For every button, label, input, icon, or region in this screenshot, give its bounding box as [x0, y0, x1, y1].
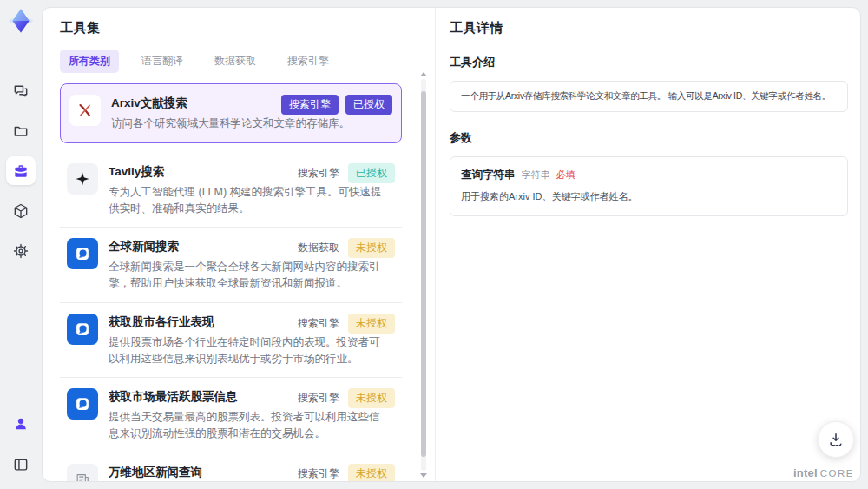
- news-search-logo: [67, 314, 98, 345]
- auth-status-badge: 未授权: [348, 388, 395, 408]
- intro-heading: 工具介绍: [450, 55, 848, 70]
- sidebar-item-settings[interactable]: [6, 236, 36, 265]
- tool-card-arxiv[interactable]: Arxiv文献搜索 访问各个研究领域大量科学论文和文章的存储库。 搜索引擎 已授…: [60, 83, 402, 143]
- category-label: 数据获取: [298, 241, 339, 255]
- category-label: 搜索引擎: [298, 391, 339, 406]
- news-search-logo: [67, 388, 98, 420]
- tool-desc: 专为人工智能代理 (LLM) 构建的搜索引擎工具。可快速提供实时、准确和真实的结…: [108, 184, 386, 217]
- sidebar-item-chat[interactable]: [6, 76, 36, 105]
- category-tabs: 所有类别 语言翻译 数据获取 搜索引擎: [60, 50, 402, 73]
- newspaper-icon: [67, 464, 98, 481]
- list-scrollbar[interactable]: [420, 72, 427, 478]
- tool-desc: 提供股票市场各个行业在特定时间段内的表现。投资者可以利用这些信息来识别表现优于或…: [108, 334, 386, 367]
- intel-core-logo: intel core: [793, 466, 854, 479]
- folder-icon: [12, 122, 30, 140]
- gear-icon: [12, 242, 30, 260]
- auth-status-badge: 已授权: [345, 95, 392, 115]
- tool-card-tavily[interactable]: Tavily搜索 专为人工智能代理 (LLM) 构建的搜索引擎工具。可快速提供实…: [60, 153, 402, 228]
- rail-bottom: [0, 409, 42, 479]
- auth-status-badge: 未授权: [348, 314, 395, 334]
- package-icon: [12, 202, 30, 220]
- tab-all-categories[interactable]: 所有类别: [60, 50, 119, 73]
- tool-desc: 访问各个研究领域大量科学论文和文章的存储库。: [111, 116, 389, 132]
- chat-icon: [12, 83, 30, 100]
- scroll-down-icon[interactable]: [420, 473, 427, 478]
- auth-status-badge: 已授权: [348, 163, 395, 183]
- sidebar-item-package[interactable]: [6, 196, 36, 225]
- category-label: 搜索引擎: [298, 316, 339, 331]
- param-name: 查询字符串: [461, 168, 516, 182]
- app-logo: [6, 6, 36, 36]
- tool-card-regional-news[interactable]: 万维地区新闻查询 查询具体行政区划内的新闻，快速了解各地新闻动 搜索引擎 未授权: [60, 453, 402, 481]
- auth-status-badge: 未授权: [348, 238, 395, 258]
- tab-language-translation[interactable]: 语言翻译: [133, 50, 192, 73]
- category-label: 搜索引擎: [298, 166, 339, 181]
- tool-detail-pane: 工具详情 工具介绍 一个用于从Arxiv存储库搜索科学论文和文章的工具。 输入可…: [435, 8, 860, 481]
- tab-data-fetch[interactable]: 数据获取: [206, 50, 265, 73]
- tool-desc: 全球新闻搜索是一个聚合全球各大新闻网站内容的搜索引擎，帮助用户快速获取全球最新资…: [108, 259, 386, 292]
- detail-title: 工具详情: [450, 20, 848, 36]
- tool-desc: 提供当天交易量最高的股票列表。投资者可以利用这些信息来识别流动性强的股票和潜在的…: [108, 409, 386, 442]
- arxiv-logo: [69, 95, 101, 126]
- panel-icon: [12, 456, 30, 473]
- param-desc: 用于搜索的Arxiv ID、关键字或作者姓名。: [461, 190, 837, 203]
- rail-nav: [6, 76, 36, 265]
- news-search-logo: [67, 238, 98, 269]
- tab-search-engine[interactable]: 搜索引擎: [279, 50, 338, 73]
- sidebar-item-toolbox[interactable]: [6, 156, 36, 185]
- tool-card-active-stocks[interactable]: 获取市场最活跃股票信息 提供当天交易量最高的股票列表。投资者可以利用这些信息来识…: [60, 378, 402, 453]
- tool-list-pane: 工具集 所有类别 语言翻译 数据获取 搜索引擎 Arxiv文献搜索 访问各个研究…: [43, 8, 435, 481]
- intro-box: 一个用于从Arxiv存储库搜索科学论文和文章的工具。 输入可以是Arxiv ID…: [450, 81, 848, 112]
- download-button[interactable]: [818, 421, 854, 458]
- auth-status-badge: 未授权: [348, 464, 395, 481]
- category-badge: 搜索引擎: [281, 95, 339, 115]
- page-title: 工具集: [60, 20, 402, 36]
- main-card: 工具集 所有类别 语言翻译 数据获取 搜索引擎 Arxiv文献搜索 访问各个研究…: [42, 7, 861, 482]
- tool-card-global-news[interactable]: 全球新闻搜索 全球新闻搜索是一个聚合全球各大新闻网站内容的搜索引擎，帮助用户快速…: [60, 228, 402, 303]
- left-rail: [0, 0, 42, 489]
- sidebar-item-folder[interactable]: [6, 116, 36, 145]
- brand-core-text: core: [820, 468, 854, 479]
- param-required-flag: 必填: [556, 169, 575, 182]
- tavily-star: [67, 163, 98, 195]
- download-icon: [827, 431, 845, 448]
- parameter-card: 查询字符串 字符串 必填 用于搜索的Arxiv ID、关键字或作者姓名。: [450, 156, 848, 216]
- toolbox-icon: [12, 162, 30, 180]
- brand-intel-text: intel: [793, 466, 818, 479]
- avatar-icon: [12, 415, 30, 433]
- sidebar-item-collapse[interactable]: [6, 450, 36, 479]
- params-heading: 参数: [450, 130, 848, 146]
- scroll-up-icon[interactable]: [420, 72, 427, 76]
- intro-text: 一个用于从Arxiv存储库搜索科学论文和文章的工具。 输入可以是Arxiv ID…: [461, 90, 838, 102]
- param-type: 字符串: [522, 169, 550, 182]
- scrollbar-thumb[interactable]: [421, 91, 426, 457]
- category-label: 搜索引擎: [298, 466, 339, 481]
- tool-card-sector-performance[interactable]: 获取股市各行业表现 提供股票市场各个行业在特定时间段内的表现。投资者可以利用这些…: [60, 303, 402, 379]
- sidebar-item-account[interactable]: [6, 409, 36, 438]
- tool-list: Arxiv文献搜索 访问各个研究领域大量科学论文和文章的存储库。 搜索引擎 已授…: [60, 83, 402, 481]
